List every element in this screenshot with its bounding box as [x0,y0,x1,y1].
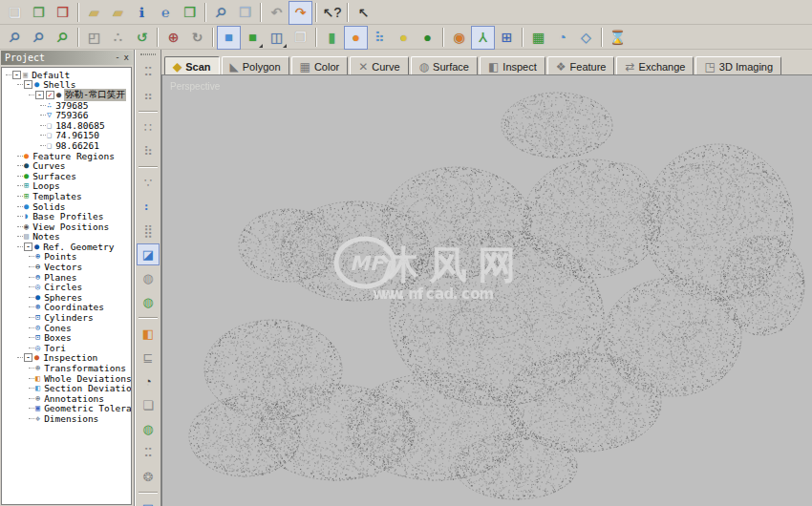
zoom-tool-button[interactable]: ⚲ [3,26,27,50]
bounding-sphere-button[interactable]: ◉ [447,26,471,50]
toolbar-grip-handle[interactable] [140,53,156,55]
tree-item-184-80685[interactable]: ❑184.80685 [2,120,131,131]
tree-item-curves[interactable]: ●Curves [2,160,131,171]
cone-display-button[interactable]: ● [344,26,368,50]
tab-curve[interactable]: ✕Curve [350,56,408,76]
select-solid-button[interactable]: ◇ [574,26,598,50]
tree-item-geometric-tolera[interactable]: ▣Geometric Tolera [2,404,131,414]
axes-display-button[interactable]: Y [471,26,495,50]
tree-item-cones[interactable]: ⊙Cones [2,323,131,333]
tree-item-98-66261[interactable]: ❑98.66261 [2,140,131,151]
mesh-ball-tool[interactable]: ❂ [137,466,160,488]
framed-point-tool[interactable]: ▣ [137,497,160,506]
terrain-ellipse-tool[interactable]: ◍ [137,291,160,313]
point-cloud-display-button[interactable]: ⠷ [368,26,392,50]
visibility-checkbox[interactable]: ✓ [46,91,54,99]
green-globe-tool[interactable]: ◍ [137,418,160,440]
blob-display-button[interactable]: ● [392,26,416,50]
point-cloud-canvas[interactable] [162,75,812,506]
clamp-tool[interactable]: ⊑ [137,347,160,369]
dense-grid-tool[interactable]: ⣿ [137,220,160,242]
tree-item-cylinders[interactable]: ⊡Cylinders [2,312,131,323]
redo-button[interactable]: ↷ [288,1,312,25]
set-rotation-center-button[interactable]: ⊕ [161,26,185,50]
tree-item-loops[interactable]: ⊞Loops [2,181,131,192]
tree-item-surfaces[interactable]: ●Surfaces [2,171,131,181]
tree-item-vectors[interactable]: ⊖Vectors [2,262,131,272]
link-points-tool[interactable]: ∵ [137,172,160,194]
package-button[interactable]: ❒ [233,1,257,25]
context-help-cursor-button[interactable]: ↖? [320,1,344,25]
tree-item-inspection[interactable]: -●Inspection [2,353,131,364]
component-cluster-button[interactable]: ∴ [106,26,130,50]
texture-image-button[interactable]: ▦ [526,26,550,50]
tab-exchange[interactable]: ⇄Exchange [616,56,694,76]
collapse-toggle[interactable]: - [24,242,32,251]
sampling-grid-tool[interactable]: ∷ [137,116,160,138]
rotate-view-button[interactable]: ◰ [82,26,106,50]
collapse-toggle[interactable]: - [12,71,21,79]
zoom-select-button[interactable]: ⚲ [27,26,51,50]
tree-item-annotations[interactable]: ⊕Annotations [2,393,131,404]
capture-image-button[interactable]: ❒ [178,1,202,25]
tree-item-planes[interactable]: ⊜Planes [2,272,131,283]
tree-item-tori[interactable]: ◎Tori [2,343,131,353]
tab-3d-imaging[interactable]: ◳3D Imaging [695,56,781,76]
tab-color[interactable]: ▦Color [291,56,349,76]
tab-surface[interactable]: ◍Surface [411,56,478,76]
spray-points-tool[interactable]: ⠆ [137,196,160,218]
split-window-button[interactable]: ❐ [288,26,312,50]
select-frame-tool[interactable]: ⠶ [137,85,160,107]
selection-plane-tool[interactable]: ◪ [137,243,160,265]
tree-item-templates[interactable]: ⊞Templates [2,191,131,201]
merge-shells-tool[interactable]: ❏ [137,394,160,416]
panel-close-button[interactable]: x [124,51,129,65]
collapse-toggle[interactable]: - [24,80,32,89]
image-info-button[interactable]: ℹ [130,1,154,25]
save-document-button[interactable]: ❒ [51,1,75,25]
tree-item-whole-deviations[interactable]: ◧Whole Deviations [2,373,131,384]
panel-minimize-button[interactable]: - [115,51,119,65]
tree-item-boxes[interactable]: ⊡Boxes [2,332,131,343]
tree-item-spheres[interactable]: ●Spheres [2,292,131,303]
tab-polygon[interactable]: ◣Polygon [222,56,289,76]
tree-item-section-deviatio[interactable]: ◧Section Deviatio [2,383,131,393]
shaded-view-button[interactable]: ■ [217,26,241,50]
new-document-button[interactable]: ❏ [3,1,27,25]
globe-mesh-tool[interactable]: ◍ [137,267,160,289]
tree-item-759366[interactable]: ▽759366 [2,110,131,120]
3d-viewport[interactable]: Perspective [161,74,812,506]
tree-item-feature-regions[interactable]: ●Feature Regions [2,151,131,161]
scatter-points-tool[interactable]: ⠷ [137,140,160,162]
tree-item-circles[interactable]: ◎Circles [2,282,131,292]
wrap-tool[interactable]: ◔ [137,370,160,392]
reset-view-button[interactable]: ↺ [130,26,154,50]
open-document-button[interactable]: ❐ [27,1,51,25]
tree-item-ref-geometry[interactable]: -●Ref. Geometry [2,242,131,252]
align-blocks-tool[interactable]: ◧ [137,323,160,345]
collapse-toggle[interactable]: - [35,91,44,99]
tree-item-default[interactable]: -▣Default [2,70,131,80]
point-pyramid-tool[interactable]: ⠭ [137,442,160,464]
select-cursor-button[interactable]: ↖ [352,1,375,25]
tree-item-transformations[interactable]: ⊕Transformations [2,363,131,373]
tree-item-base-profiles[interactable]: ◗Base Profiles [2,211,131,221]
import-file-button[interactable]: ▰ [82,1,106,25]
tree-item-notes[interactable]: ▤Notes [2,232,131,242]
spool-display-button[interactable]: ⌛ [606,26,630,50]
spin-view-button[interactable]: ↻ [185,26,209,50]
tree-item-coordinates[interactable]: ⊛Coordinates [2,303,131,313]
web-browser-button[interactable]: ℮ [154,1,178,25]
tree-item-dimensions[interactable]: ❖Dimensions [2,413,131,424]
mesh-dome-button[interactable]: ◔ [550,26,574,50]
tab-scan[interactable]: ◆Scan [164,56,220,76]
undo-button[interactable]: ↶ [265,1,288,25]
tab-inspect[interactable]: ◧Inspect [480,56,545,76]
zoom-region-button[interactable]: ⚲ [51,26,75,50]
tree-item-view-positions[interactable]: ◉View Positions [2,221,131,232]
cylinder-display-button[interactable]: ▮ [320,26,344,50]
tree-item-弥勒-常口笑开[interactable]: -✓●弥勒-常口笑开 [2,90,131,100]
tree-item-74-96150[interactable]: ❑74.96150 [2,131,131,141]
solid-view-button[interactable]: ■ [241,26,265,50]
tab-feature[interactable]: ❖Feature [547,56,615,76]
